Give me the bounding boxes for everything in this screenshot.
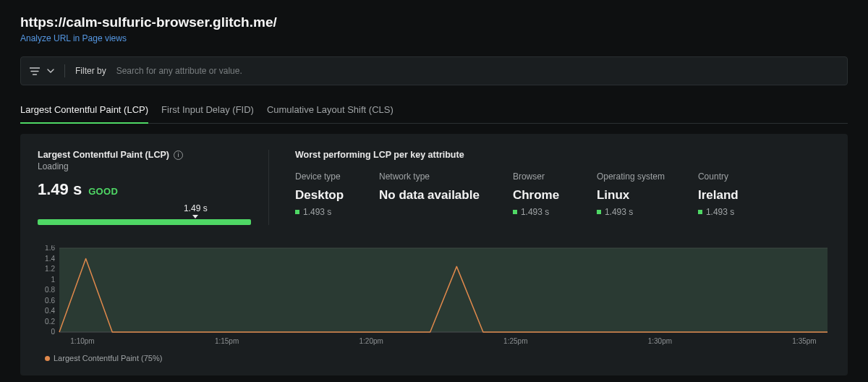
filter-input[interactable] bbox=[116, 66, 838, 76]
legend-label: Largest Contentful Paint (75%) bbox=[54, 354, 162, 362]
tab-cls[interactable]: Cumulative Layout Shift (CLS) bbox=[267, 97, 393, 123]
svg-text:1:35pm: 1:35pm bbox=[792, 337, 816, 345]
svg-text:1: 1 bbox=[51, 276, 55, 284]
svg-text:0.2: 0.2 bbox=[45, 318, 55, 326]
attr-value: Chrome bbox=[513, 188, 563, 203]
attr-label: Operating system bbox=[597, 171, 665, 182]
attr-value: Ireland bbox=[698, 188, 749, 203]
svg-text:0.6: 0.6 bbox=[45, 297, 55, 305]
svg-text:1:20pm: 1:20pm bbox=[359, 337, 383, 345]
svg-text:1.2: 1.2 bbox=[45, 265, 55, 273]
svg-text:0.8: 0.8 bbox=[45, 286, 55, 294]
worst-performing: Worst performing LCP per key attribute D… bbox=[295, 150, 830, 225]
slider-track bbox=[38, 219, 251, 225]
svg-text:0: 0 bbox=[51, 328, 55, 336]
metric-summary: Largest Contentful Paint (LCP) i Loading… bbox=[38, 150, 269, 225]
filter-icon[interactable] bbox=[30, 67, 40, 75]
attr-label: Browser bbox=[513, 171, 563, 182]
attr-subvalue: 1.493 s bbox=[597, 207, 665, 217]
svg-text:1:10pm: 1:10pm bbox=[70, 337, 94, 345]
chart-legend: Largest Contentful Paint (75%) bbox=[45, 354, 830, 362]
attr-subvalue: 1.493 s bbox=[698, 207, 749, 217]
svg-text:1.4: 1.4 bbox=[45, 255, 55, 263]
attr-label: Country bbox=[698, 171, 749, 182]
legend-dot-icon bbox=[45, 356, 50, 361]
worst-title: Worst performing LCP per key attribute bbox=[295, 150, 830, 160]
status-dot-icon bbox=[295, 210, 299, 214]
attr-subvalue: 1.493 s bbox=[513, 207, 563, 217]
svg-text:1:15pm: 1:15pm bbox=[215, 337, 239, 345]
svg-text:1:25pm: 1:25pm bbox=[503, 337, 527, 345]
slider-pointer bbox=[192, 215, 198, 218]
tab-fid[interactable]: First Input Delay (FID) bbox=[161, 97, 254, 123]
attr-block: Device typeDesktop1.493 s bbox=[295, 171, 346, 217]
svg-text:1.6: 1.6 bbox=[45, 245, 55, 252]
attr-block: Operating systemLinux1.493 s bbox=[597, 171, 665, 217]
metric-title: Largest Contentful Paint (LCP) bbox=[38, 150, 169, 160]
info-icon[interactable]: i bbox=[174, 150, 183, 160]
status-dot-icon bbox=[698, 210, 702, 214]
attr-label: Network type bbox=[379, 171, 480, 182]
attr-block: Network typeNo data available bbox=[379, 171, 480, 217]
tab-lcp[interactable]: Largest Contentful Paint (LCP) bbox=[20, 97, 148, 123]
metric-value: 1.49 s bbox=[38, 180, 82, 199]
filter-bar: Filter by bbox=[20, 56, 848, 85]
analyze-url-link[interactable]: Analyze URL in Page views bbox=[20, 33, 848, 43]
status-dot-icon bbox=[597, 210, 601, 214]
attr-value: Desktop bbox=[295, 188, 346, 203]
filter-by-label: Filter by bbox=[75, 66, 106, 76]
attr-label: Device type bbox=[295, 171, 346, 182]
attr-value: No data available bbox=[379, 188, 480, 203]
metric-grade: GOOD bbox=[88, 186, 118, 197]
chevron-down-icon[interactable] bbox=[47, 69, 54, 73]
tabs: Largest Contentful Paint (LCP) First Inp… bbox=[20, 97, 848, 124]
panel: Largest Contentful Paint (LCP) i Loading… bbox=[20, 134, 848, 375]
attr-block: BrowserChrome1.493 s bbox=[513, 171, 563, 217]
svg-text:0.4: 0.4 bbox=[45, 307, 55, 315]
svg-text:1:30pm: 1:30pm bbox=[648, 337, 672, 345]
metric-subtitle: Loading bbox=[38, 161, 251, 171]
divider bbox=[64, 64, 65, 77]
threshold-slider: 1.49 s bbox=[38, 219, 251, 225]
attr-subvalue: 1.493 s bbox=[295, 207, 346, 217]
status-dot-icon bbox=[513, 210, 517, 214]
svg-rect-0 bbox=[59, 248, 827, 332]
lcp-chart: 00.20.40.60.811.21.41.61:10pm1:15pm1:20p… bbox=[38, 245, 830, 347]
attr-block: CountryIreland1.493 s bbox=[698, 171, 749, 217]
page-title: https://calm-sulfuric-browser.glitch.me/ bbox=[20, 14, 848, 30]
slider-label: 1.49 s bbox=[184, 203, 208, 213]
attr-value: Linux bbox=[597, 188, 665, 203]
